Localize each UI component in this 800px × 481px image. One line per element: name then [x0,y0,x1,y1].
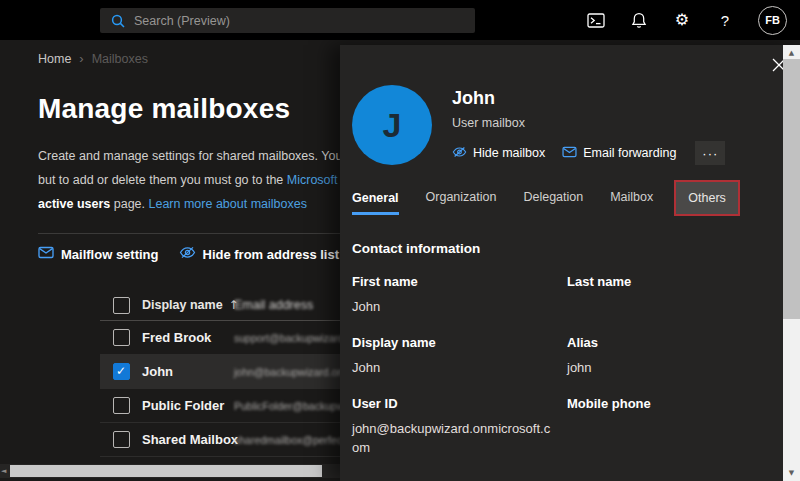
tab-general[interactable]: General [352,191,399,215]
vertical-scrollbar-thumb[interactable] [783,59,800,319]
vertical-scrollbar[interactable]: ▲ ▼ [783,45,800,481]
user-avatar: J [352,85,432,165]
tab-mailbox[interactable]: Mailbox [610,190,653,206]
toolbar-divider [38,233,340,234]
display-name-cell: Shared Mailbox [142,432,234,447]
select-all-checkbox[interactable] [113,297,130,314]
search-input[interactable] [134,14,475,28]
mail-envelope-icon [562,146,577,161]
breadcrumb-current: Mailboxes [92,52,148,66]
account-avatar[interactable]: FB [758,6,787,35]
field-value: John [352,297,555,316]
breadcrumb-home[interactable]: Home [38,52,71,66]
help-icon[interactable]: ? [715,10,735,30]
toolbar-label: Hide from address list [203,247,340,262]
field-label: Display name [352,335,555,350]
settings-gear-icon[interactable]: ⚙ [672,10,692,30]
user-name: John [452,88,725,109]
global-search[interactable] [100,8,475,33]
field-mobile-phone: Mobile phone [567,396,776,457]
contact-information-heading: Contact information [352,241,776,256]
hide-from-address-list-button[interactable]: Hide from address list [179,246,340,262]
field-display-name: Display name John [352,335,555,377]
learn-more-link[interactable]: Learn more about mailboxes [149,197,307,211]
active-users-text: active users [38,197,110,211]
user-header: J John User mailbox Hide mailbox [352,85,776,165]
top-app-bar: ⚙ ? FB [0,0,800,40]
field-value: John [352,358,555,377]
field-value [567,297,776,314]
scroll-down-arrow-icon[interactable]: ▼ [783,469,800,477]
eye-slash-icon [179,246,196,262]
row-checkbox[interactable] [113,431,130,448]
field-label: First name [352,274,555,289]
column-label: Email address [234,298,313,312]
row-checkbox[interactable] [113,329,130,346]
quick-actions: Hide mailbox Email forwarding ··· [452,141,725,165]
field-label: Alias [567,335,776,350]
field-value [567,419,776,436]
horizontal-scrollbar[interactable]: ◄ [0,464,340,478]
tab-others-highlighted[interactable]: Others [674,180,740,216]
field-alias: Alias john [567,335,776,377]
display-name-cell: Public Folder [142,398,234,413]
column-display-name[interactable]: Display name ↑ [142,298,234,312]
scroll-left-arrow-icon[interactable]: ◄ [1,467,6,475]
field-label: User ID [352,396,555,411]
description-text: but to add or delete them you must go to… [38,173,287,187]
display-name-cell: John [142,364,234,379]
column-label: Display name [142,298,223,312]
mail-envelope-icon [38,246,54,262]
horizontal-scrollbar-thumb[interactable] [10,465,322,477]
mailbox-type-label: User mailbox [452,116,725,130]
field-value: john@backupwizard.onmicrosoft.com [352,419,555,457]
detail-tabs: General Organization Delegation Mailbox … [352,179,776,217]
field-label: Last name [567,274,776,289]
breadcrumb: Home › Mailboxes [38,51,148,66]
topbar-actions: ⚙ ? FB [586,0,800,40]
page-title: Manage mailboxes [38,93,290,125]
tab-organization[interactable]: Organization [426,190,497,206]
toolbar-label: Mailflow setting [61,247,159,262]
chevron-right-icon: › [79,51,83,66]
scroll-up-arrow-icon[interactable]: ▲ [783,49,800,57]
flyout-content: J John User mailbox Hide mailbox [352,45,776,481]
action-label: Email forwarding [583,146,676,160]
mailbox-details-flyout: J John User mailbox Hide mailbox [340,45,800,481]
eye-slash-icon [452,146,467,161]
notifications-bell-icon[interactable] [629,10,649,30]
search-icon [111,14,125,28]
display-name-cell: Fred Brook [142,330,234,345]
field-value: john [567,358,776,377]
description-text: page. [110,197,148,211]
action-label: Hide mailbox [473,146,545,160]
email-forwarding-button[interactable]: Email forwarding [562,146,676,161]
row-checkbox-checked[interactable]: ✓ [113,363,130,380]
more-actions-button[interactable]: ··· [695,141,725,165]
user-header-info: John User mailbox Hide mailbox Email for… [452,85,725,165]
hide-mailbox-button[interactable]: Hide mailbox [452,146,545,161]
field-user-id: User ID john@backupwizard.onmicrosoft.co… [352,396,555,457]
contact-fields: First name John Last name Display name J… [352,274,776,476]
field-last-name: Last name [567,274,776,316]
tab-delegation[interactable]: Delegation [523,190,583,206]
field-label: Mobile phone [567,396,776,411]
cloud-shell-icon[interactable] [586,10,606,30]
mailflow-setting-button[interactable]: Mailflow setting [38,246,159,262]
field-first-name: First name John [352,274,555,316]
row-checkbox[interactable] [113,397,130,414]
